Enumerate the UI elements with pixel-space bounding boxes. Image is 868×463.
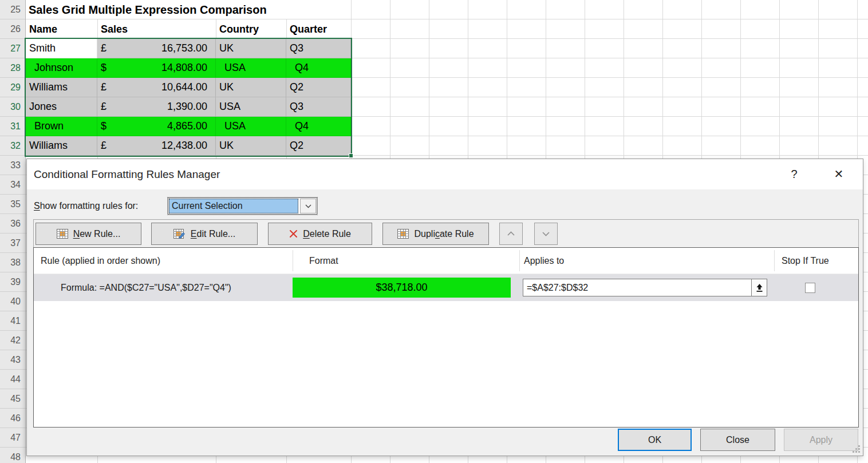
row-header-42[interactable]: 42: [0, 331, 21, 350]
ok-button[interactable]: OK: [618, 429, 692, 451]
resize-grip[interactable]: [852, 445, 860, 453]
cell-country[interactable]: UK: [216, 136, 286, 156]
cell-quarter[interactable]: Q3: [286, 39, 351, 58]
range-select-arrow-icon: [756, 283, 763, 292]
cell-country[interactable]: USA: [216, 97, 286, 117]
currency-symbol: $: [101, 117, 106, 136]
sales-amount: 16,753.00: [161, 39, 207, 58]
cell-quarter[interactable]: Q3: [286, 97, 351, 117]
cell-name[interactable]: Williams: [26, 78, 97, 97]
currency-symbol: £: [101, 97, 106, 116]
column-header-stop: Stop If True: [782, 248, 829, 274]
close-icon[interactable]: ✕: [828, 159, 849, 189]
column-header-applies: Applies to: [524, 248, 564, 274]
row-header-33[interactable]: 33: [0, 156, 21, 175]
sheet-row-30: Jones£1,390.00USAQ3: [26, 97, 351, 117]
cell-country[interactable]: UK: [216, 78, 286, 97]
row-header-38[interactable]: 38: [0, 253, 21, 272]
row-header-31[interactable]: 31: [0, 117, 21, 136]
duplicate-rule-button[interactable]: Duplicate Rule: [382, 223, 489, 245]
row-header-44[interactable]: 44: [0, 370, 21, 389]
cell-name[interactable]: Johnson: [26, 58, 97, 78]
header-cell-sales[interactable]: Sales: [97, 19, 216, 39]
row-header-26[interactable]: 26: [0, 19, 21, 39]
row-header-43[interactable]: 43: [0, 350, 21, 370]
help-icon[interactable]: ?: [784, 159, 804, 189]
column-divider: [774, 250, 775, 271]
row-header-32[interactable]: 32: [0, 136, 21, 156]
cell-sales[interactable]: £1,390.00: [97, 97, 216, 117]
cell-country[interactable]: USA: [216, 58, 286, 78]
rules-list-panel: Rule (applied in order shown) Format App…: [33, 247, 859, 428]
move-rule-down-button[interactable]: [534, 223, 558, 245]
move-rule-up-button[interactable]: [499, 223, 523, 245]
sales-amount: 1,390.00: [167, 97, 207, 116]
row-header-28[interactable]: 28: [0, 58, 21, 78]
header-cell-name[interactable]: Name: [26, 19, 97, 39]
cell-name[interactable]: Williams: [26, 136, 97, 156]
cell-quarter[interactable]: Q4: [286, 58, 351, 78]
collapse-dialog-button[interactable]: [752, 279, 767, 296]
show-rules-label: Show formatting rules for:: [34, 197, 138, 215]
header-cell-country[interactable]: Country: [216, 19, 286, 39]
cell-quarter[interactable]: Q2: [286, 78, 351, 97]
cell-sales[interactable]: £12,438.00: [97, 136, 216, 156]
sheet-row-28: Johnson$14,808.00USAQ4: [26, 58, 351, 78]
cell-sales[interactable]: £16,753.00: [97, 39, 216, 58]
row-header-29[interactable]: 29: [0, 78, 21, 97]
dialog-titlebar[interactable]: Conditional Formatting Rules Manager ? ✕: [27, 159, 863, 189]
sheet-header-row: Name Sales Country Quarter: [26, 19, 351, 39]
apply-button[interactable]: Apply: [784, 429, 858, 451]
row-header-46[interactable]: 46: [0, 409, 21, 428]
cell-sales[interactable]: $14,808.00: [97, 58, 216, 78]
row-header-36[interactable]: 36: [0, 214, 21, 234]
row-header-48[interactable]: 48: [0, 448, 21, 463]
edit-rule-pencil-icon: [173, 229, 186, 239]
new-rule-grid-icon: [57, 229, 68, 239]
dropdown-arrow-button[interactable]: [300, 199, 316, 213]
rules-toolbar: New Rule... Edit Rule... Delete Rule Dup…: [33, 219, 859, 248]
show-rules-dropdown[interactable]: Current Selection: [168, 197, 317, 215]
cell-name[interactable]: Smith: [26, 39, 97, 58]
edit-rule-button[interactable]: Edit Rule...: [151, 223, 258, 245]
cell-country[interactable]: UK: [216, 39, 286, 58]
delete-x-icon: [289, 229, 298, 238]
duplicate-rule-grid-icon: [397, 229, 409, 239]
cell-quarter[interactable]: Q4: [286, 117, 351, 136]
cell-country[interactable]: USA: [216, 117, 286, 136]
header-cell-quarter[interactable]: Quarter: [286, 19, 351, 39]
delete-rule-button[interactable]: Delete Rule: [268, 223, 372, 245]
rule-format-preview: $38,718.00: [293, 278, 511, 298]
row-header-45[interactable]: 45: [0, 389, 21, 409]
row-header-39[interactable]: 39: [0, 272, 21, 292]
currency-symbol: £: [101, 136, 106, 155]
row-header-30[interactable]: 30: [0, 97, 21, 117]
row-header-34[interactable]: 34: [0, 175, 21, 195]
row-header-27[interactable]: 27: [0, 39, 21, 58]
row-header-37[interactable]: 37: [0, 234, 21, 253]
rule-row[interactable]: Formula: =AND($C27="USA",$D27="Q4") $38,…: [34, 274, 858, 301]
row-header-47[interactable]: 47: [0, 428, 21, 448]
show-rules-selected-value: Current Selection: [169, 199, 298, 213]
row-header-41[interactable]: 41: [0, 311, 21, 331]
applies-to-input[interactable]: [523, 279, 752, 296]
cell-name[interactable]: Brown: [26, 117, 97, 136]
sheet-row-27: Smith£16,753.00UKQ3: [26, 39, 351, 58]
cell-sales[interactable]: £10,644.00: [97, 78, 216, 97]
sales-amount: 14,808.00: [161, 58, 207, 77]
stop-if-true-checkbox[interactable]: [805, 283, 815, 293]
row-header-40[interactable]: 40: [0, 292, 21, 311]
close-button[interactable]: Close: [700, 429, 775, 451]
row-header-25[interactable]: 25: [0, 0, 21, 19]
row-header-35[interactable]: 35: [0, 195, 21, 214]
cell-name[interactable]: Jones: [26, 97, 97, 117]
sheet-row-31: Brown$4,865.00USAQ4: [26, 117, 351, 136]
fill-handle[interactable]: [349, 153, 353, 158]
cell-quarter[interactable]: Q2: [286, 136, 351, 156]
chevron-down-icon: [542, 231, 550, 236]
cell-sales[interactable]: $4,865.00: [97, 117, 216, 136]
new-rule-button[interactable]: New Rule...: [35, 223, 141, 245]
dialog-title: Conditional Formatting Rules Manager: [34, 159, 220, 189]
sheet-title-cell[interactable]: Sales Grid Multiple Expression Compariso…: [29, 0, 267, 19]
chevron-up-icon: [507, 231, 515, 236]
